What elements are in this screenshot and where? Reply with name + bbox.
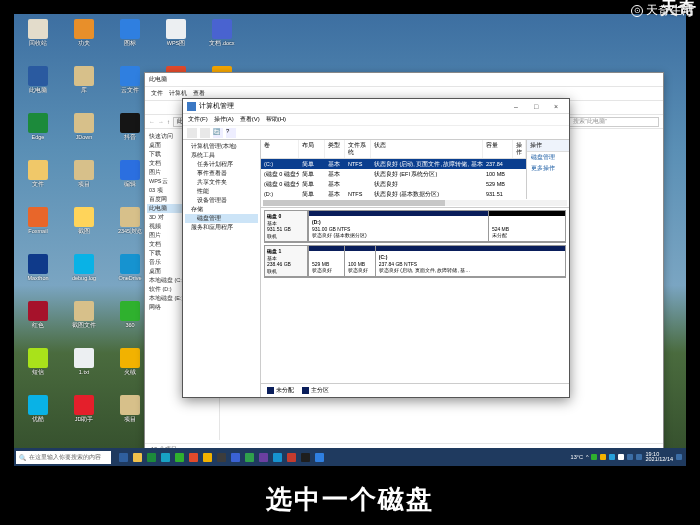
horizontal-scrollbar[interactable] xyxy=(263,200,567,206)
column-header[interactable]: 类型 xyxy=(325,140,345,158)
desktop-icon[interactable]: WPS图 xyxy=(154,17,198,61)
tree-node[interactable]: 磁盘管理 xyxy=(185,214,258,223)
menu-item[interactable]: 帮助(H) xyxy=(266,115,286,124)
partition[interactable]: (D:)931.00 GB NTFS状态良好 (基本数据分区) xyxy=(308,211,488,241)
column-header[interactable]: 卷 xyxy=(261,140,299,158)
tree-node[interactable]: 系统工具 xyxy=(185,151,258,160)
desktop-icon[interactable]: Foxmail xyxy=(16,205,60,249)
desktop-icon[interactable]: 此电脑 xyxy=(16,64,60,108)
nav-back-icon[interactable]: ← xyxy=(149,119,155,125)
desktop-icon[interactable]: 功夫 xyxy=(62,17,106,61)
app-icon[interactable] xyxy=(273,453,282,462)
tree-node[interactable]: 事件查看器 xyxy=(185,169,258,178)
tool-help-icon[interactable]: ? xyxy=(226,128,236,138)
action-item[interactable]: 更多操作 xyxy=(527,163,569,174)
desktop-icon[interactable]: JDown xyxy=(62,111,106,155)
notif-icon[interactable] xyxy=(676,454,682,460)
tray-icon[interactable] xyxy=(591,454,597,460)
desktop-icon[interactable]: 红色 xyxy=(16,299,60,343)
column-header[interactable]: 布局 xyxy=(299,140,325,158)
column-header[interactable]: 容量 xyxy=(483,140,513,158)
taskbar-search[interactable]: 🔍 在这里输入你要搜索的内容 xyxy=(16,451,111,464)
desktop-icon[interactable]: 1.txt xyxy=(62,346,106,390)
taskview-icon[interactable] xyxy=(119,453,128,462)
volume-row[interactable]: (磁盘 0 磁盘分区 4)简单基本状态良好529 MB xyxy=(261,179,526,189)
nav-fwd-icon[interactable]: → xyxy=(158,119,164,125)
menu-item[interactable]: 文件(F) xyxy=(188,115,208,124)
tree-node[interactable]: 性能 xyxy=(185,187,258,196)
tree-node[interactable]: 设备管理器 xyxy=(185,196,258,205)
menu-item[interactable]: 操作(A) xyxy=(214,115,234,124)
explorer-tab[interactable]: 文件 xyxy=(151,89,163,98)
desktop-icon[interactable]: 文档.docx xyxy=(200,17,244,61)
explorer-tab[interactable]: 计算机 xyxy=(169,89,187,98)
desktop-icon[interactable]: 库 xyxy=(62,64,106,108)
partition[interactable]: (C:)237.84 GB NTFS状态良好 (启动, 页面文件, 故障转储, … xyxy=(375,246,565,276)
app-icon[interactable] xyxy=(189,453,198,462)
minimize-button[interactable]: – xyxy=(507,101,525,112)
desktop-icon[interactable]: Edge xyxy=(16,111,60,155)
app-icon[interactable] xyxy=(175,453,184,462)
explorer-tab[interactable]: 查看 xyxy=(193,89,205,98)
weather-text[interactable]: 13°C xyxy=(571,454,583,460)
volume-row[interactable]: (D:)简单基本NTFS状态良好 (基本数据分区)931.51 xyxy=(261,189,526,199)
tray-icon[interactable] xyxy=(600,454,606,460)
dm-titlebar[interactable]: 计算机管理 – □ × xyxy=(183,99,569,114)
tree-node[interactable]: 存储 xyxy=(185,205,258,214)
action-item[interactable]: 磁盘管理 xyxy=(527,152,569,163)
app-icon[interactable] xyxy=(259,453,268,462)
explorer-search[interactable]: 搜索"此电脑" xyxy=(569,117,659,127)
desktop-icon[interactable]: 短信 xyxy=(16,346,60,390)
volume-row[interactable]: (磁盘 0 磁盘分区 1)简单基本状态良好 (EFI 系统分区)100 MB xyxy=(261,169,526,179)
tree-node[interactable]: 计算机管理(本地) xyxy=(185,142,258,151)
partition[interactable]: 529 MB状态良好 xyxy=(308,246,344,276)
close-button[interactable]: × xyxy=(547,101,565,112)
volume-icon[interactable] xyxy=(636,454,642,460)
app-icon[interactable] xyxy=(245,453,254,462)
chevron-up-icon[interactable]: ^ xyxy=(586,454,589,460)
tree-node[interactable]: 服务和应用程序 xyxy=(185,223,258,232)
partition[interactable]: 524 MB未分配 xyxy=(488,211,565,241)
desktop-icon[interactable]: 回收站 xyxy=(16,17,60,61)
app-icon[interactable] xyxy=(161,453,170,462)
tray-icon[interactable] xyxy=(609,454,615,460)
desktop-icon[interactable]: 文件 xyxy=(16,158,60,202)
desktop-icon[interactable]: Maxthon xyxy=(16,252,60,296)
tool-back-icon[interactable] xyxy=(187,128,197,138)
partition[interactable]: 100 MB状态良好 xyxy=(344,246,375,276)
app-icon[interactable] xyxy=(301,453,310,462)
explorer-icon[interactable] xyxy=(133,453,142,462)
disk-row: 磁盘 0基本931.51 GB联机(D:)931.00 GB NTFS状态良好 … xyxy=(264,210,566,243)
actions-header: 操作 xyxy=(527,140,569,152)
app-icon[interactable] xyxy=(217,453,226,462)
tool-refresh-icon[interactable]: 🔄 xyxy=(213,128,223,138)
tray-icon[interactable] xyxy=(618,454,624,460)
wifi-icon[interactable] xyxy=(627,454,633,460)
clock-date[interactable]: 2021/12/14 xyxy=(645,456,673,462)
column-header[interactable]: 状态 xyxy=(371,140,483,158)
volume-row[interactable]: (C:)简单基本NTFS状态良好 (启动, 页面文件, 故障转储, 基本数据分区… xyxy=(261,159,526,169)
column-header[interactable]: 文件系统 xyxy=(345,140,371,158)
explorer-titlebar[interactable]: 此电脑 xyxy=(145,73,663,87)
column-header[interactable]: 操作 xyxy=(513,140,526,158)
desktop-icon[interactable]: 项目 xyxy=(62,158,106,202)
app-icon[interactable] xyxy=(315,453,324,462)
desktop-icon[interactable]: 优酷 xyxy=(16,393,60,437)
menu-item[interactable]: 查看(V) xyxy=(240,115,260,124)
edge-icon[interactable] xyxy=(147,453,156,462)
app-icon[interactable] xyxy=(231,453,240,462)
app-icon[interactable] xyxy=(287,453,296,462)
desktop-icon[interactable]: JD助手 xyxy=(62,393,106,437)
nav-up-icon[interactable]: ↑ xyxy=(167,119,170,125)
desktop-icon[interactable]: 截图文件 xyxy=(62,299,106,343)
maximize-button[interactable]: □ xyxy=(527,101,545,112)
desktop-icon[interactable]: 图标 xyxy=(108,17,152,61)
disk-management-window: 计算机管理 – □ × 文件(F)操作(A)查看(V)帮助(H) 🔄 ? 计算机… xyxy=(182,98,570,398)
desktop-icon[interactable]: debug.log xyxy=(62,252,106,296)
tool-fwd-icon[interactable] xyxy=(200,128,210,138)
taskbar: 🔍 在这里输入你要搜索的内容 13°C ^ xyxy=(14,448,686,466)
app-icon[interactable] xyxy=(203,453,212,462)
desktop-icon[interactable]: 截图 xyxy=(62,205,106,249)
tree-node[interactable]: 共享文件夹 xyxy=(185,178,258,187)
tree-node[interactable]: 任务计划程序 xyxy=(185,160,258,169)
